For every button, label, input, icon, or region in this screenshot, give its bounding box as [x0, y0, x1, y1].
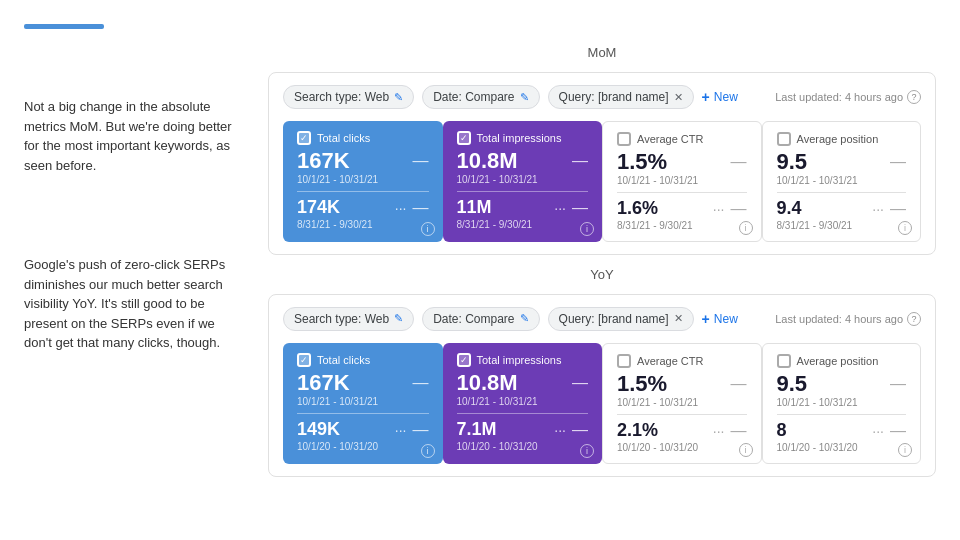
metric-checkbox[interactable]: [297, 353, 311, 367]
metric-value1-row: 167K—: [297, 149, 429, 173]
help-icon[interactable]: ?: [907, 312, 921, 326]
metric-dots[interactable]: ···: [395, 422, 407, 438]
metric-info: i: [421, 440, 435, 458]
metric-card-total-clicks: Total clicks167K—10/1/21 - 10/31/21149K·…: [283, 343, 443, 464]
section-label-yoy: YoY: [268, 267, 936, 282]
metric-dash2: —: [890, 200, 906, 218]
metrics-row-yoy: Total clicks167K—10/1/21 - 10/31/21149K·…: [283, 343, 921, 464]
metric-dots[interactable]: ···: [395, 200, 407, 216]
metric-dash1: —: [572, 374, 588, 392]
metric-info: i: [580, 440, 594, 458]
metric-value1-row: 10.8M—: [457, 149, 589, 173]
filter-chip-mom-1[interactable]: Date: Compare✎: [422, 85, 539, 109]
metric-dots[interactable]: ···: [713, 423, 725, 439]
metric-dots[interactable]: ···: [554, 422, 566, 438]
metric-value1: 1.5%: [617, 372, 667, 396]
metric-date2: 10/1/20 - 10/31/20: [297, 441, 429, 452]
metric-date2: 8/31/21 - 9/30/21: [297, 219, 429, 230]
metric-date1: 10/1/21 - 10/31/21: [617, 397, 747, 408]
metric-checkbox[interactable]: [297, 131, 311, 145]
metric-value1: 167K: [297, 371, 350, 395]
metric-checkbox[interactable]: [457, 353, 471, 367]
metric-info: i: [898, 217, 912, 235]
metric-info: i: [898, 439, 912, 457]
metric-info: i: [739, 217, 753, 235]
metric-header: Average CTR: [617, 132, 747, 146]
metric-card-average-position: Average position9.5—10/1/21 - 10/31/219.…: [762, 121, 922, 242]
add-new-label: New: [714, 90, 738, 104]
close-icon[interactable]: ✕: [674, 312, 683, 325]
plus-icon: +: [702, 89, 710, 105]
filter-bar-yoy: Search type: Web✎Date: Compare✎Query: [b…: [283, 307, 921, 331]
metric-dash1: —: [413, 374, 429, 392]
metric-dots[interactable]: ···: [713, 201, 725, 217]
edit-icon: ✎: [520, 312, 529, 325]
metric-value2-row: 8···—: [777, 421, 907, 441]
info-icon[interactable]: i: [898, 221, 912, 235]
help-icon[interactable]: ?: [907, 90, 921, 104]
metric-card-total-impressions: Total impressions10.8M—10/1/21 - 10/31/2…: [443, 121, 603, 242]
metric-date2: 8/31/21 - 9/30/21: [457, 219, 589, 230]
metric-dots-container: ···—: [713, 200, 747, 218]
metric-info: i: [739, 439, 753, 457]
filter-chip-yoy-1[interactable]: Date: Compare✎: [422, 307, 539, 331]
metric-dash1: —: [890, 153, 906, 171]
metric-checkbox[interactable]: [617, 354, 631, 368]
metric-info: i: [580, 218, 594, 236]
add-new-button[interactable]: +New: [702, 311, 738, 327]
metric-value1-row: 167K—: [297, 371, 429, 395]
metric-dash1: —: [731, 375, 747, 393]
info-icon[interactable]: i: [421, 222, 435, 236]
metric-dash2: —: [890, 422, 906, 440]
filter-chip-mom-2[interactable]: Query: [brand name]✕: [548, 85, 694, 109]
gsc-panel-mom: Search type: Web✎Date: Compare✎Query: [b…: [268, 72, 936, 255]
filter-chip-yoy-0[interactable]: Search type: Web✎: [283, 307, 414, 331]
left-text-yoy: Google's push of zero-click SERPs dimini…: [24, 203, 244, 353]
metric-value2-row: 9.4···—: [777, 199, 907, 219]
gsc-panel-yoy: Search type: Web✎Date: Compare✎Query: [b…: [268, 294, 936, 477]
metric-header: Total impressions: [457, 353, 589, 367]
info-icon[interactable]: i: [421, 444, 435, 458]
info-icon[interactable]: i: [739, 221, 753, 235]
metric-value2: 174K: [297, 198, 340, 218]
info-icon[interactable]: i: [898, 443, 912, 457]
metric-checkbox[interactable]: [617, 132, 631, 146]
metric-dash2: —: [731, 422, 747, 440]
metric-value2: 11M: [457, 198, 492, 218]
metric-date2: 10/1/20 - 10/31/20: [617, 442, 747, 453]
info-icon[interactable]: i: [739, 443, 753, 457]
left-text-mom: Not a big change in the absolute metrics…: [24, 45, 244, 175]
metric-date1: 10/1/21 - 10/31/21: [457, 396, 589, 407]
filter-chip-label: Query: [brand name]: [559, 90, 669, 104]
metric-dots[interactable]: ···: [554, 200, 566, 216]
metric-dots[interactable]: ···: [872, 423, 884, 439]
info-icon[interactable]: i: [580, 444, 594, 458]
metric-divider: [777, 192, 907, 193]
filter-chip-label: Date: Compare: [433, 90, 514, 104]
metric-card-average-ctr: Average CTR1.5%—10/1/21 - 10/31/211.6%··…: [602, 121, 762, 242]
metric-checkbox[interactable]: [777, 132, 791, 146]
metric-dots-container: ···—: [554, 421, 588, 439]
filter-chip-mom-0[interactable]: Search type: Web✎: [283, 85, 414, 109]
metric-dash2: —: [413, 199, 429, 217]
filter-chip-yoy-2[interactable]: Query: [brand name]✕: [548, 307, 694, 331]
metric-divider: [297, 413, 429, 414]
metric-name: Average position: [797, 355, 879, 367]
metric-value1: 10.8M: [457, 371, 518, 395]
metric-value1-row: 10.8M—: [457, 371, 589, 395]
metric-value2: 1.6%: [617, 199, 658, 219]
metric-value2-row: 2.1%···—: [617, 421, 747, 441]
metric-header: Average CTR: [617, 354, 747, 368]
close-icon[interactable]: ✕: [674, 91, 683, 104]
metric-dash1: —: [890, 375, 906, 393]
page-container: Not a big change in the absolute metrics…: [0, 0, 960, 497]
metric-value1-row: 9.5—: [777, 150, 907, 174]
metric-divider: [617, 192, 747, 193]
section-label-mom: MoM: [268, 45, 936, 60]
add-new-button[interactable]: +New: [702, 89, 738, 105]
metric-dots[interactable]: ···: [872, 201, 884, 217]
edit-icon: ✎: [520, 91, 529, 104]
metric-checkbox[interactable]: [457, 131, 471, 145]
info-icon[interactable]: i: [580, 222, 594, 236]
metric-checkbox[interactable]: [777, 354, 791, 368]
